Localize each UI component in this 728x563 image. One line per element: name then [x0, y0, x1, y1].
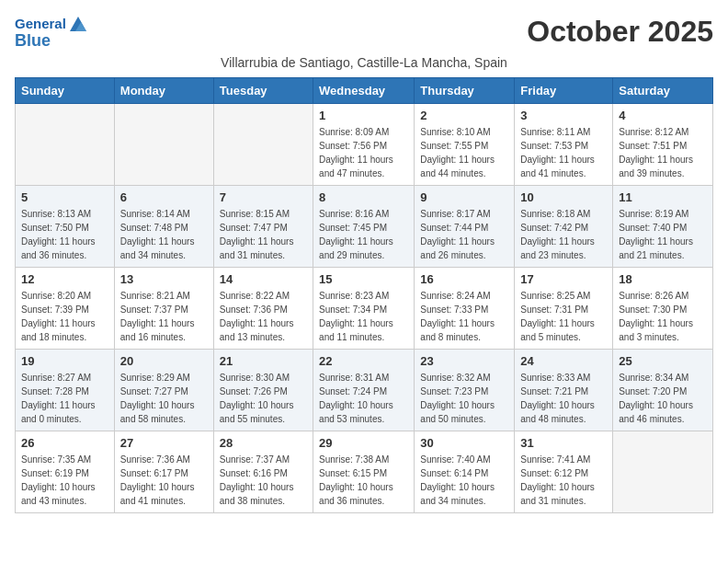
day-number: 14: [220, 272, 307, 286]
day-number: 18: [619, 272, 707, 286]
day-info: Sunrise: 7:38 AMSunset: 6:15 PMDaylight:…: [319, 453, 408, 508]
day-number: 27: [120, 436, 208, 450]
day-info: Sunrise: 8:22 AMSunset: 7:36 PMDaylight:…: [220, 289, 307, 344]
day-info: Sunrise: 8:16 AMSunset: 7:45 PMDaylight:…: [319, 207, 408, 262]
calendar-cell: 2Sunrise: 8:10 AMSunset: 7:55 PMDaylight…: [415, 103, 515, 185]
month-title: October 2025: [527, 15, 713, 49]
day-number: 17: [520, 272, 607, 286]
day-number: 24: [520, 354, 607, 368]
day-info: Sunrise: 8:23 AMSunset: 7:34 PMDaylight:…: [319, 289, 408, 344]
calendar-cell: 6Sunrise: 8:14 AMSunset: 7:48 PMDaylight…: [114, 185, 213, 267]
calendar-cell: 13Sunrise: 8:21 AMSunset: 7:37 PMDayligh…: [114, 267, 213, 349]
day-info: Sunrise: 8:27 AMSunset: 7:28 PMDaylight:…: [21, 371, 108, 426]
logo-general-text: General: [15, 16, 66, 32]
day-number: 21: [220, 354, 307, 368]
day-number: 8: [319, 190, 408, 204]
day-info: Sunrise: 7:35 AMSunset: 6:19 PMDaylight:…: [21, 453, 108, 508]
day-info: Sunrise: 7:36 AMSunset: 6:17 PMDaylight:…: [120, 453, 208, 508]
calendar-cell: 17Sunrise: 8:25 AMSunset: 7:31 PMDayligh…: [515, 267, 613, 349]
day-number: 3: [520, 109, 607, 122]
day-number: 4: [619, 109, 707, 122]
weekday-header-wednesday: Wednesday: [313, 77, 415, 103]
calendar-header-row: SundayMondayTuesdayWednesdayThursdayFrid…: [16, 77, 713, 103]
calendar-cell: 1Sunrise: 8:09 AMSunset: 7:56 PMDaylight…: [313, 103, 415, 185]
weekday-header-thursday: Thursday: [415, 77, 515, 103]
calendar-week-5: 26Sunrise: 7:35 AMSunset: 6:19 PMDayligh…: [16, 431, 713, 512]
calendar-cell: 23Sunrise: 8:32 AMSunset: 7:23 PMDayligh…: [415, 349, 515, 431]
weekday-header-monday: Monday: [114, 77, 213, 103]
calendar-cell: 24Sunrise: 8:33 AMSunset: 7:21 PMDayligh…: [515, 349, 613, 431]
weekday-header-friday: Friday: [515, 77, 613, 103]
day-number: 20: [120, 354, 208, 368]
day-info: Sunrise: 7:40 AMSunset: 6:14 PMDaylight:…: [420, 453, 508, 508]
calendar-cell: 15Sunrise: 8:23 AMSunset: 7:34 PMDayligh…: [313, 267, 415, 349]
day-number: 19: [21, 354, 108, 368]
calendar-cell: 16Sunrise: 8:24 AMSunset: 7:33 PMDayligh…: [415, 267, 515, 349]
weekday-header-tuesday: Tuesday: [213, 77, 313, 103]
weekday-header-sunday: Sunday: [16, 77, 115, 103]
day-info: Sunrise: 8:13 AMSunset: 7:50 PMDaylight:…: [21, 207, 108, 262]
day-number: 25: [619, 354, 707, 368]
day-number: 12: [21, 272, 108, 286]
day-info: Sunrise: 8:18 AMSunset: 7:42 PMDaylight:…: [520, 207, 607, 262]
calendar-cell: 12Sunrise: 8:20 AMSunset: 7:39 PMDayligh…: [16, 267, 115, 349]
day-info: Sunrise: 8:32 AMSunset: 7:23 PMDaylight:…: [420, 371, 508, 426]
calendar-cell: 27Sunrise: 7:36 AMSunset: 6:17 PMDayligh…: [114, 431, 213, 512]
day-info: Sunrise: 8:34 AMSunset: 7:20 PMDaylight:…: [619, 371, 707, 426]
calendar-cell: 25Sunrise: 8:34 AMSunset: 7:20 PMDayligh…: [613, 349, 713, 431]
day-number: 9: [420, 190, 508, 204]
day-info: Sunrise: 8:11 AMSunset: 7:53 PMDaylight:…: [520, 125, 607, 180]
day-info: Sunrise: 8:19 AMSunset: 7:40 PMDaylight:…: [619, 207, 707, 262]
calendar-cell: 3Sunrise: 8:11 AMSunset: 7:53 PMDaylight…: [515, 103, 613, 185]
calendar-cell: 31Sunrise: 7:41 AMSunset: 6:12 PMDayligh…: [515, 431, 613, 512]
day-info: Sunrise: 8:30 AMSunset: 7:26 PMDaylight:…: [220, 371, 307, 426]
calendar-cell: 5Sunrise: 8:13 AMSunset: 7:50 PMDaylight…: [16, 185, 115, 267]
day-number: 7: [220, 190, 307, 204]
calendar-cell: [613, 431, 713, 512]
day-number: 10: [520, 190, 607, 204]
calendar-week-2: 5Sunrise: 8:13 AMSunset: 7:50 PMDaylight…: [16, 185, 713, 267]
day-number: 26: [21, 436, 108, 450]
calendar-cell: [16, 103, 115, 185]
day-number: 2: [420, 109, 508, 122]
calendar-cell: 18Sunrise: 8:26 AMSunset: 7:30 PMDayligh…: [613, 267, 713, 349]
day-info: Sunrise: 8:09 AMSunset: 7:56 PMDaylight:…: [319, 125, 408, 180]
day-info: Sunrise: 8:29 AMSunset: 7:27 PMDaylight:…: [120, 371, 208, 426]
calendar-cell: 28Sunrise: 7:37 AMSunset: 6:16 PMDayligh…: [213, 431, 313, 512]
day-info: Sunrise: 8:21 AMSunset: 7:37 PMDaylight:…: [120, 289, 208, 344]
day-info: Sunrise: 8:10 AMSunset: 7:55 PMDaylight:…: [420, 125, 508, 180]
calendar-week-4: 19Sunrise: 8:27 AMSunset: 7:28 PMDayligh…: [16, 349, 713, 431]
calendar-week-3: 12Sunrise: 8:20 AMSunset: 7:39 PMDayligh…: [16, 267, 713, 349]
calendar-cell: 7Sunrise: 8:15 AMSunset: 7:47 PMDaylight…: [213, 185, 313, 267]
logo-icon: [68, 15, 88, 33]
day-number: 15: [319, 272, 408, 286]
day-number: 23: [420, 354, 508, 368]
day-number: 5: [21, 190, 108, 204]
day-number: 16: [420, 272, 508, 286]
calendar-week-1: 1Sunrise: 8:09 AMSunset: 7:56 PMDaylight…: [16, 103, 713, 185]
day-info: Sunrise: 8:17 AMSunset: 7:44 PMDaylight:…: [420, 207, 508, 262]
day-number: 22: [319, 354, 408, 368]
day-info: Sunrise: 8:20 AMSunset: 7:39 PMDaylight:…: [21, 289, 108, 344]
day-number: 1: [319, 109, 408, 122]
logo-blue-text: Blue: [15, 31, 88, 52]
calendar-cell: 30Sunrise: 7:40 AMSunset: 6:14 PMDayligh…: [415, 431, 515, 512]
day-number: 6: [120, 190, 208, 204]
day-info: Sunrise: 8:14 AMSunset: 7:48 PMDaylight:…: [120, 207, 208, 262]
day-info: Sunrise: 8:24 AMSunset: 7:33 PMDaylight:…: [420, 289, 508, 344]
logo: General Blue: [15, 15, 88, 52]
day-info: Sunrise: 8:26 AMSunset: 7:30 PMDaylight:…: [619, 289, 707, 344]
calendar-subtitle: Villarrubia de Santiago, Castille-La Man…: [15, 55, 713, 70]
day-number: 28: [220, 436, 307, 450]
calendar-cell: 26Sunrise: 7:35 AMSunset: 6:19 PMDayligh…: [16, 431, 115, 512]
page-header: General Blue October 2025: [15, 15, 713, 52]
day-info: Sunrise: 8:15 AMSunset: 7:47 PMDaylight:…: [220, 207, 307, 262]
weekday-header-saturday: Saturday: [613, 77, 713, 103]
day-number: 29: [319, 436, 408, 450]
calendar-table: SundayMondayTuesdayWednesdayThursdayFrid…: [15, 77, 713, 513]
day-number: 30: [420, 436, 508, 450]
calendar-cell: 21Sunrise: 8:30 AMSunset: 7:26 PMDayligh…: [213, 349, 313, 431]
calendar-cell: 8Sunrise: 8:16 AMSunset: 7:45 PMDaylight…: [313, 185, 415, 267]
calendar-cell: 14Sunrise: 8:22 AMSunset: 7:36 PMDayligh…: [213, 267, 313, 349]
calendar-cell: [114, 103, 213, 185]
